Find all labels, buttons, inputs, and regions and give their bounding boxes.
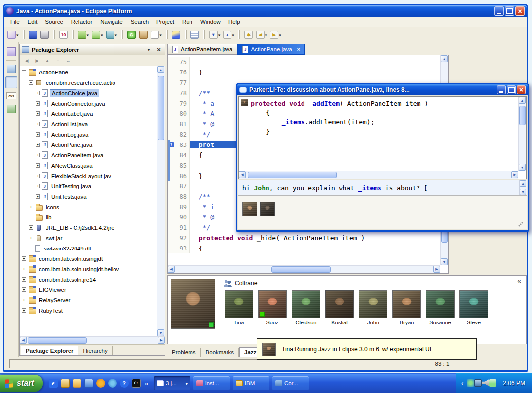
expander-icon[interactable]: + xyxy=(22,298,26,302)
expander-icon[interactable]: + xyxy=(36,153,40,157)
back-button[interactable]: ◀ xyxy=(22,56,31,65)
taskbar-button-cor[interactable]: Cor... xyxy=(272,376,309,390)
msn-icon[interactable] xyxy=(108,379,117,388)
network-icon[interactable] xyxy=(489,379,496,387)
scroll-down-icon[interactable] xyxy=(157,329,164,336)
tab-bookmarks[interactable]: Bookmarks xyxy=(201,348,239,357)
scrollbar-thumb[interactable] xyxy=(519,106,526,125)
new-class-button[interactable]: C xyxy=(126,29,137,40)
tree-item[interactable]: +swt.jar xyxy=(20,233,157,243)
view-menu-icon[interactable] xyxy=(145,46,152,54)
menu-item-run[interactable]: Run xyxy=(178,17,196,26)
expander-icon[interactable]: + xyxy=(22,256,26,261)
run-button[interactable] xyxy=(91,29,104,40)
close-tab-icon[interactable] xyxy=(297,46,301,52)
forward-button[interactable]: ▶ xyxy=(33,56,41,65)
scrollbar-vertical[interactable] xyxy=(157,66,165,336)
tab-problems[interactable]: Problems xyxy=(167,348,201,357)
menu-item-refactor[interactable]: Refactor xyxy=(67,17,96,26)
start-button[interactable]: start xyxy=(0,375,43,392)
expander-icon[interactable]: + xyxy=(36,194,40,199)
display-icon[interactable] xyxy=(474,379,482,387)
debug-perspective-button[interactable] xyxy=(5,103,17,115)
print-button[interactable] xyxy=(39,29,50,40)
tab-package-explorer[interactable]: Package Explorer xyxy=(21,346,78,355)
scroll-right-icon[interactable] xyxy=(511,171,518,178)
expander-icon[interactable]: + xyxy=(36,101,40,106)
scroll-up-icon[interactable] xyxy=(519,97,526,104)
hide-icons-chevron[interactable]: ‹ xyxy=(461,379,464,387)
tasks-button[interactable] xyxy=(190,29,200,40)
person-susanne[interactable]: Susanne xyxy=(424,290,456,338)
expander-icon[interactable]: + xyxy=(36,163,40,168)
collapse-panel-button[interactable]: « xyxy=(517,277,521,285)
person-cleidson[interactable]: Cleidson xyxy=(290,290,322,338)
open-type-button[interactable] xyxy=(150,29,163,40)
tree-item[interactable]: +JRE_LIB - C:\j2sdk1.4.2\jre xyxy=(20,222,157,233)
up-button[interactable]: ▲ xyxy=(43,56,52,65)
tree-item[interactable]: +ActionLabel.java xyxy=(20,108,157,119)
expander-icon[interactable]: + xyxy=(36,143,40,147)
menu-item-file[interactable]: File xyxy=(6,17,24,26)
view-close-icon[interactable] xyxy=(155,46,163,54)
person-john[interactable]: John xyxy=(357,290,389,338)
scroll-up-icon[interactable] xyxy=(157,66,164,73)
menu-item-edit[interactable]: Edit xyxy=(24,17,41,26)
save-button[interactable] xyxy=(28,29,38,40)
tree-item[interactable]: +RelayServer xyxy=(20,295,157,305)
tree-item[interactable]: +ActionLog.java xyxy=(20,129,157,140)
tree-item[interactable]: +icons xyxy=(20,202,157,212)
tree-item[interactable]: +UnitTests.java xyxy=(20,191,157,202)
expander-icon[interactable]: + xyxy=(29,236,33,240)
message-scrollbar[interactable] xyxy=(519,180,527,195)
menu-item-search[interactable]: Search xyxy=(127,17,152,26)
ie-doc-icon[interactable] xyxy=(84,379,93,388)
debug-button[interactable] xyxy=(77,29,90,40)
folder-icon[interactable] xyxy=(73,379,81,388)
minimize-button[interactable] xyxy=(494,6,504,16)
scroll-right-icon[interactable] xyxy=(433,266,440,273)
taskbar-button-ibm[interactable]: IBM xyxy=(233,376,269,390)
minimize-button[interactable] xyxy=(497,85,506,94)
scroll-down-icon[interactable] xyxy=(520,189,526,195)
menu-item-source[interactable]: Source xyxy=(41,17,67,26)
next-annotation-button[interactable]: ▼ xyxy=(208,29,222,40)
editor-tab-actionpaneitem-java[interactable]: ActionPaneItem.java xyxy=(167,44,237,55)
tree-item[interactable]: lib xyxy=(20,212,157,222)
prev-annotation-button[interactable]: ▲ xyxy=(222,29,235,40)
help-icon[interactable] xyxy=(120,379,129,388)
window-titlebar[interactable]: Java - ActionPane.java - Eclipse Platfor… xyxy=(4,5,527,17)
scroll-up-icon[interactable] xyxy=(520,180,526,187)
package-tree[interactable]: −ActionPane−com.ibm.research.cue.actio+A… xyxy=(20,66,157,336)
volume-icon[interactable] xyxy=(482,379,489,387)
scrollbar-vertical[interactable] xyxy=(518,97,526,171)
tree-item[interactable]: +ANewClass.java xyxy=(20,160,157,171)
restore-button[interactable] xyxy=(505,6,514,16)
scroll-down-icon[interactable] xyxy=(519,164,526,171)
collapse-all-button[interactable]: − xyxy=(53,56,62,65)
last-edit-button[interactable]: ∗ xyxy=(243,29,254,40)
scroll-left-icon[interactable] xyxy=(20,337,27,344)
person-tina[interactable]: Tina xyxy=(223,290,255,338)
menu-item-project[interactable]: Project xyxy=(152,17,178,26)
person-sooz[interactable]: Sooz xyxy=(257,290,288,338)
new-wizard-button[interactable] xyxy=(6,29,20,40)
expander-icon[interactable]: + xyxy=(22,267,26,271)
tree-item[interactable]: +ActionConnector.java xyxy=(20,98,157,108)
participant-avatar[interactable] xyxy=(242,202,257,216)
view-header[interactable]: Package Explorer xyxy=(20,44,165,55)
editor-tab-actionpane-java[interactable]: ActionPane.java xyxy=(237,44,305,55)
person-steve[interactable]: Steve xyxy=(458,290,490,338)
cmd-icon[interactable] xyxy=(132,379,141,388)
ie-icon[interactable] xyxy=(49,379,58,388)
taskbar-button-group-java[interactable]: 3 j... xyxy=(154,376,190,390)
scrollbar-thumb[interactable] xyxy=(28,337,87,344)
tree-item[interactable]: −ActionPane xyxy=(20,67,157,77)
tree-item[interactable]: +RubyTest xyxy=(20,305,157,316)
tree-item[interactable]: +ActionList.java xyxy=(20,119,157,129)
participant-avatar[interactable] xyxy=(260,202,275,216)
scroll-right-icon[interactable] xyxy=(158,337,165,344)
tree-item[interactable]: swt-win32-2049.dll xyxy=(20,243,157,253)
chat-titlebar[interactable]: Parker:Li-Te: discussion about ActionPan… xyxy=(237,84,528,95)
chat-message-input[interactable]: hi John, can you explain what _items is … xyxy=(238,180,527,196)
